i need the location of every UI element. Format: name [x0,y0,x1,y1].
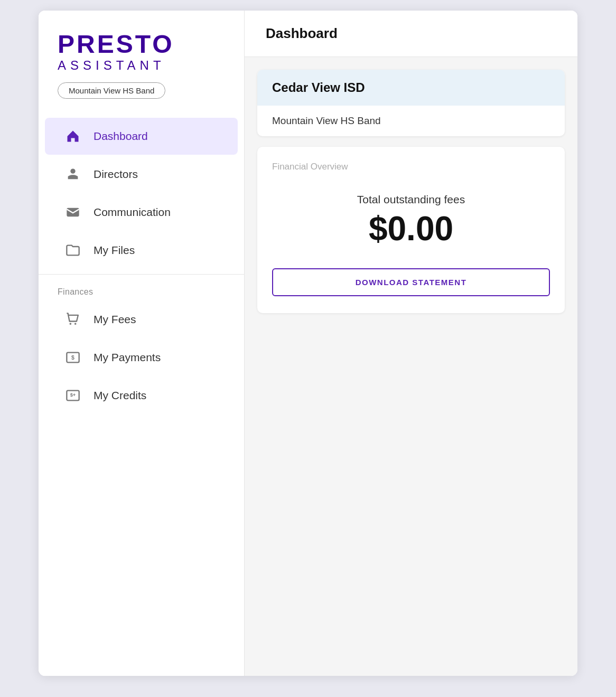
sidebar-logo: PRESTO ASSISTANT Mountain View HS Band [39,11,244,111]
sidebar-item-communication[interactable]: Communication [45,194,238,231]
org-card: Cedar View ISD Mountain View HS Band [257,70,565,136]
svg-point-4 [74,323,77,325]
cart-icon [64,310,82,328]
credits-icon: $+ [64,387,82,404]
sidebar-item-my-payments[interactable]: $ My Payments [45,339,238,376]
page-title: Dashboard [266,25,556,42]
sidebar-item-label-dashboard: Dashboard [94,130,148,143]
sidebar: PRESTO ASSISTANT Mountain View HS Band D… [39,11,245,676]
svg-text:$: $ [71,354,74,361]
payment-icon: $ [64,348,82,366]
financial-center: Total outstanding fees $0.00 [272,193,550,247]
svg-point-0 [70,169,75,174]
sidebar-item-my-fees[interactable]: My Fees [45,301,238,338]
sidebar-item-label-directors: Directors [94,168,138,181]
main-content: Dashboard Cedar View ISD Mountain View H… [245,11,577,676]
org-badge: Mountain View HS Band [58,82,165,99]
section-divider [39,274,244,275]
finances-section-label: Finances [39,280,244,300]
sidebar-item-directors[interactable]: Directors [45,156,238,193]
svg-point-3 [70,323,72,325]
sidebar-item-label-my-payments: My Payments [94,351,161,364]
folder-icon [64,241,82,259]
logo-assistant: ASSISTANT [58,58,225,73]
sidebar-item-dashboard[interactable]: Dashboard [45,118,238,155]
sidebar-item-label-my-files: My Files [94,244,135,257]
logo-presto: PRESTO [58,32,225,57]
home-icon [64,127,82,145]
sidebar-item-label-my-credits: My Credits [94,389,146,402]
outstanding-fees-label: Total outstanding fees [357,193,465,206]
sidebar-item-my-files[interactable]: My Files [45,232,238,269]
mail-icon [64,203,82,221]
sidebar-nav: Dashboard Directors [39,111,244,655]
financial-overview-label: Financial Overview [272,162,550,172]
outstanding-amount: $0.00 [369,210,453,247]
org-sub-name: Mountain View HS Band [272,115,550,127]
sidebar-item-my-credits[interactable]: $+ My Credits [45,377,238,414]
svg-text:$+: $+ [70,392,76,398]
main-header: Dashboard [245,11,577,57]
person-icon [64,165,82,183]
org-name: Cedar View ISD [272,80,550,95]
org-card-sub: Mountain View HS Band [257,106,565,136]
financial-card: Financial Overview Total outstanding fee… [257,147,565,313]
main-body: Cedar View ISD Mountain View HS Band Fin… [245,57,577,326]
download-statement-button[interactable]: DOWNLOAD STATEMENT [272,268,550,296]
sidebar-item-label-communication: Communication [94,206,171,219]
org-card-header: Cedar View ISD [257,70,565,106]
sidebar-item-label-my-fees: My Fees [94,313,136,326]
app-container: PRESTO ASSISTANT Mountain View HS Band D… [39,11,577,676]
